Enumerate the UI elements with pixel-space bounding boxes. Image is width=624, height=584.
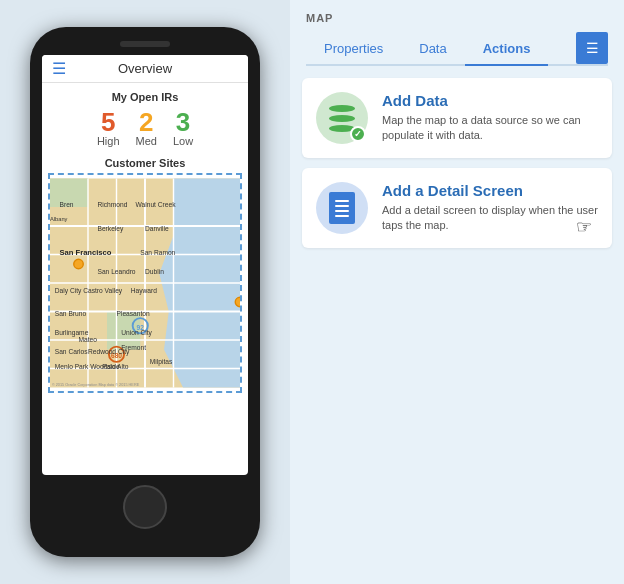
phone-screen: ☰ Overview My Open IRs 5 High 2 Med 3 (42, 55, 248, 475)
svg-text:Daly City Castro Valley: Daly City Castro Valley (55, 287, 123, 295)
phone-speaker (120, 41, 170, 47)
svg-text:Richmond: Richmond (98, 201, 128, 208)
svg-point-41 (74, 259, 84, 269)
add-data-text: Add Data Map the map to a data source so… (382, 92, 598, 144)
stat-high: 5 High (97, 109, 120, 147)
add-detail-title: Add a Detail Screen (382, 182, 598, 199)
add-detail-desc: Add a detail screen to display when the … (382, 203, 598, 234)
svg-point-42 (235, 297, 240, 307)
svg-text:Berkeley: Berkeley (98, 225, 125, 233)
svg-text:San Francisco: San Francisco (60, 248, 112, 257)
svg-text:Dublin: Dublin (145, 268, 164, 275)
svg-text:Bren: Bren (60, 201, 74, 208)
map-container[interactable]: 92 680 Bren Albany Richmond Walnut Creek… (48, 173, 242, 393)
svg-text:Milpitas: Milpitas (150, 358, 173, 366)
tab-properties[interactable]: Properties (306, 33, 401, 66)
map-section-title: Customer Sites (48, 157, 242, 169)
phone-home-button[interactable] (123, 485, 167, 529)
svg-text:San Bruno: San Bruno (55, 310, 87, 317)
right-panel: MAP Properties Data Actions ☰ (290, 0, 624, 584)
med-label: Med (136, 135, 157, 147)
add-detail-icon-wrap (316, 182, 368, 234)
menu-icon: ☰ (586, 40, 599, 56)
section-label: MAP (306, 12, 608, 24)
map-section: Customer Sites (48, 157, 242, 393)
action-list: ✓ Add Data Map the map to a data source … (290, 66, 624, 584)
svg-text:San Ramon: San Ramon (140, 249, 175, 256)
svg-text:Hayward: Hayward (131, 287, 158, 295)
stat-low: 3 Low (173, 109, 193, 147)
tab-icon-button[interactable]: ☰ (576, 32, 608, 64)
right-header: MAP Properties Data Actions ☰ (290, 0, 624, 66)
screen-body: My Open IRs 5 High 2 Med 3 Low (42, 83, 248, 475)
svg-text:San Leandro: San Leandro (98, 268, 136, 275)
svg-text:© 2015 Oracle Corporation  Map: © 2015 Oracle Corporation Map data © 201… (52, 383, 140, 387)
database-icon (329, 105, 355, 132)
svg-text:Palo Alto: Palo Alto (102, 363, 129, 370)
add-data-icon-wrap: ✓ (316, 92, 368, 144)
screen-header: ☰ Overview (42, 55, 248, 83)
svg-text:Redwood City: Redwood City (88, 348, 130, 356)
check-badge: ✓ (350, 126, 366, 142)
svg-text:Walnut Creek: Walnut Creek (136, 201, 177, 208)
document-icon (329, 192, 355, 224)
add-data-card[interactable]: ✓ Add Data Map the map to a data source … (302, 78, 612, 158)
ir-stats: 5 High 2 Med 3 Low (97, 109, 193, 147)
screen-title: Overview (118, 61, 172, 76)
high-value: 5 (101, 109, 115, 135)
svg-text:San Carlos: San Carlos (55, 348, 89, 355)
tab-bar: Properties Data Actions ☰ (306, 32, 608, 66)
add-data-desc: Map the map to a data source so we can p… (382, 113, 598, 144)
ir-section-title: My Open IRs (112, 91, 179, 103)
low-value: 3 (176, 109, 190, 135)
add-detail-text: Add a Detail Screen Add a detail screen … (382, 182, 598, 234)
svg-text:Danville: Danville (145, 225, 169, 232)
svg-text:Pleasanton: Pleasanton (117, 310, 151, 317)
high-label: High (97, 135, 120, 147)
low-label: Low (173, 135, 193, 147)
svg-text:Mateo: Mateo (79, 336, 98, 343)
hamburger-icon[interactable]: ☰ (52, 59, 66, 78)
add-data-title: Add Data (382, 92, 598, 109)
left-panel: ☰ Overview My Open IRs 5 High 2 Med 3 (0, 0, 290, 584)
svg-text:Union City: Union City (121, 329, 152, 337)
tab-actions[interactable]: Actions (465, 33, 549, 66)
svg-text:Albany: Albany (50, 216, 68, 222)
med-value: 2 (139, 109, 153, 135)
phone-mockup: ☰ Overview My Open IRs 5 High 2 Med 3 (30, 27, 260, 557)
stat-med: 2 Med (136, 109, 157, 147)
add-detail-card[interactable]: Add a Detail Screen Add a detail screen … (302, 168, 612, 248)
tab-data[interactable]: Data (401, 33, 464, 66)
